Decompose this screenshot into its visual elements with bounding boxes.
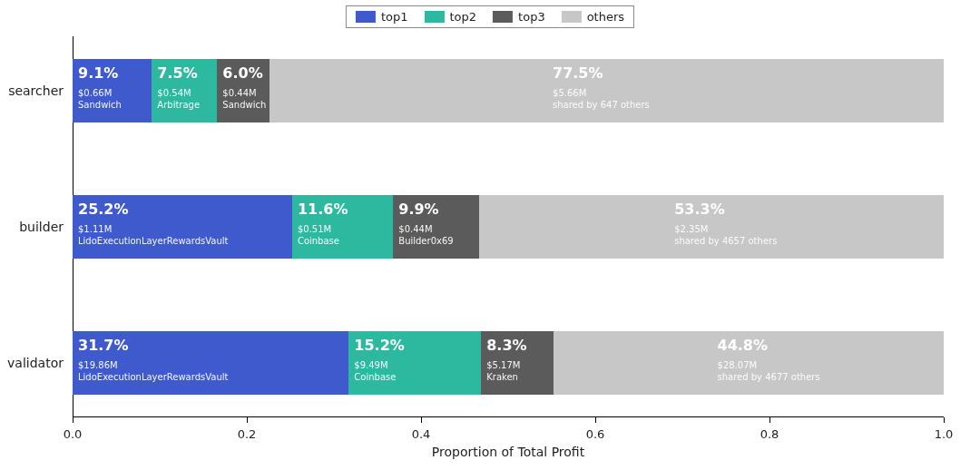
segment-percent: 25.2%	[78, 201, 129, 218]
x-tick	[247, 417, 248, 423]
segment-percent: 6.0%	[222, 64, 262, 82]
segment-label: Coinbase	[298, 236, 339, 246]
legend-swatch-top2	[425, 11, 445, 23]
bar-segment-top3: 8.3% $5.17M Kraken	[481, 331, 554, 395]
legend-label: others	[587, 10, 624, 24]
bar-row-searcher: searcher 9.1% $0.66M Sandwich 7.5% $0.54…	[73, 59, 944, 122]
legend-label: top1	[381, 10, 408, 24]
segment-amount: $0.66M	[78, 88, 112, 98]
legend-entry-top2: top2	[425, 10, 477, 24]
x-axis-label: Proportion of Total Profit	[432, 445, 584, 459]
segment-percent: 8.3%	[486, 337, 526, 354]
legend-label: top2	[450, 10, 477, 24]
bar-segment-top1: 9.1% $0.66M Sandwich	[73, 59, 152, 122]
bar-segment-others: 44.8% $28.07M shared by 4677 others	[554, 331, 944, 395]
segment-percent: 31.7%	[78, 337, 129, 354]
segment-amount: $9.49M	[354, 360, 387, 370]
segment-label: LidoExecutionLayerRewardsVault	[78, 372, 228, 382]
segment-amount: $0.51M	[298, 224, 331, 234]
legend-entry-top1: top1	[356, 10, 408, 24]
bar-segment-top2: 7.5% $0.54M Arbitrage	[152, 59, 217, 122]
x-tick-label: 0.0	[64, 427, 83, 441]
segment-label: Builder0x69	[398, 236, 453, 246]
bar-segment-top3: 6.0% $0.44M Sandwich	[217, 59, 270, 122]
bar-segment-top3: 9.9% $0.44M Builder0x69	[393, 195, 479, 259]
segment-percent: 9.9%	[398, 201, 438, 218]
x-tick	[421, 417, 422, 423]
segment-amount: $0.44M	[398, 224, 432, 234]
x-tick-label: 0.8	[760, 427, 779, 441]
segment-percent: 7.5%	[157, 64, 197, 82]
legend-label: top3	[518, 10, 545, 24]
segment-label: LidoExecutionLayerRewardsVault	[78, 236, 228, 246]
segment-label: Arbitrage	[157, 100, 200, 110]
bar-segment-others: 53.3% $2.35M shared by 4657 others	[479, 195, 944, 259]
plot-area: searcher 9.1% $0.66M Sandwich 7.5% $0.54…	[73, 36, 944, 417]
segment-label: shared by 647 others	[553, 100, 650, 110]
bar-row-builder: builder 25.2% $1.11M LidoExecutionLayerR…	[73, 195, 944, 259]
bar-segment-others: 77.5% $5.66M shared by 647 others	[270, 59, 944, 122]
segment-percent: 44.8%	[718, 337, 769, 354]
bar-segment-top1: 31.7% $19.86M LidoExecutionLayerRewardsV…	[73, 331, 348, 395]
x-tick-label: 0.4	[412, 427, 431, 441]
segment-percent: 11.6%	[298, 201, 348, 218]
segment-label: shared by 4657 others	[674, 236, 777, 246]
y-tick-label: validator	[7, 356, 64, 370]
legend-swatch-top3	[493, 11, 513, 23]
segment-label: Sandwich	[78, 100, 122, 110]
x-tick	[595, 417, 596, 423]
segment-percent: 77.5%	[553, 64, 603, 82]
bar-segment-top2: 11.6% $0.51M Coinbase	[292, 195, 393, 259]
segment-amount: $19.86M	[78, 360, 118, 370]
segment-percent: 53.3%	[674, 201, 725, 218]
segment-label: shared by 4677 others	[718, 372, 820, 382]
x-tick	[944, 417, 945, 423]
segment-label: Coinbase	[354, 372, 396, 382]
chart-figure: top1 top2 top3 others searcher 9.1% $0.6…	[0, 0, 980, 470]
x-tick-label: 1.0	[935, 427, 954, 441]
x-tick-label: 0.2	[238, 427, 257, 441]
x-tick	[769, 417, 770, 423]
segment-amount: $0.54M	[157, 88, 191, 98]
legend-entry-others: others	[562, 10, 624, 24]
legend: top1 top2 top3 others	[346, 5, 634, 28]
x-tick	[73, 417, 74, 423]
x-axis	[73, 416, 944, 417]
bar-segment-top1: 25.2% $1.11M LidoExecutionLayerRewardsVa…	[73, 195, 292, 259]
legend-swatch-others	[562, 11, 582, 23]
segment-percent: 9.1%	[78, 64, 118, 82]
segment-amount: $2.35M	[674, 224, 708, 234]
x-tick-label: 0.6	[586, 427, 605, 441]
y-tick-label: searcher	[8, 83, 64, 98]
bar-segment-top2: 15.2% $9.49M Coinbase	[348, 331, 481, 395]
segment-amount: $5.66M	[553, 88, 586, 98]
segment-percent: 15.2%	[354, 337, 405, 354]
bar-row-validator: validator 31.7% $19.86M LidoExecutionLay…	[73, 331, 944, 395]
segment-amount: $28.07M	[718, 360, 758, 370]
segment-label: Sandwich	[222, 100, 266, 110]
segment-amount: $0.44M	[222, 88, 256, 98]
legend-swatch-top1	[356, 11, 376, 23]
segment-label: Kraken	[486, 372, 518, 382]
segment-amount: $1.11M	[78, 224, 112, 234]
segment-amount: $5.17M	[486, 360, 520, 370]
y-tick-label: builder	[19, 220, 64, 234]
legend-entry-top3: top3	[493, 10, 545, 24]
